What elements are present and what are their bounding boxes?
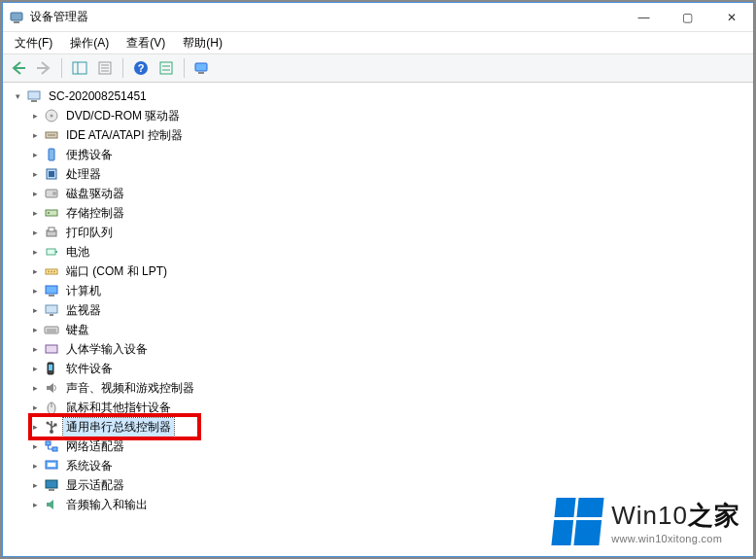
keyboard-icon — [44, 322, 59, 337]
tree-item[interactable]: ▸电池 — [7, 242, 753, 262]
tree-item[interactable]: ▸磁盘驱动器 — [7, 184, 753, 203]
menu-help[interactable]: 帮助(H) — [177, 33, 228, 53]
tree-item[interactable]: ▸显示适配器 — [7, 475, 753, 495]
action-list-button[interactable] — [155, 56, 178, 80]
svg-rect-10 — [160, 62, 172, 74]
svg-text:?: ? — [138, 62, 145, 74]
tree-item[interactable]: ▸监视器 — [7, 300, 753, 320]
menu-file[interactable]: 文件(F) — [9, 33, 58, 53]
svg-rect-54 — [46, 441, 51, 445]
tree-item[interactable]: ▸便携设备 — [7, 145, 753, 164]
expander-closed-icon[interactable]: ▸ — [28, 478, 42, 492]
expander-open-icon[interactable]: ▾ — [11, 89, 24, 103]
tree-item-label: 鼠标和其他指针设备 — [63, 399, 174, 417]
minimize-button[interactable]: — — [622, 3, 666, 32]
app-icon — [9, 10, 24, 25]
tree-item[interactable]: ▸存储控制器 — [7, 203, 753, 223]
svg-point-18 — [51, 115, 53, 118]
tree-item-label: 电池 — [63, 243, 92, 262]
device-tree[interactable]: ▾ SC-202008251451 ▸DVD/CD-ROM 驱动器▸IDE AT… — [3, 83, 753, 556]
menu-action[interactable]: 操作(A) — [64, 33, 115, 53]
expander-closed-icon[interactable]: ▸ — [28, 128, 42, 142]
expander-closed-icon[interactable]: ▸ — [28, 439, 42, 453]
svg-point-25 — [52, 192, 56, 195]
tree-item[interactable]: ▸音频输入和输出 — [7, 495, 753, 514]
svg-rect-21 — [49, 149, 54, 160]
svg-rect-55 — [52, 447, 57, 451]
toolbar-separator — [184, 58, 185, 78]
forward-button[interactable] — [32, 56, 55, 80]
svg-rect-30 — [47, 249, 55, 255]
svg-rect-59 — [49, 489, 54, 491]
system-icon — [44, 458, 59, 473]
portable-icon — [44, 147, 59, 162]
svg-rect-14 — [198, 72, 204, 74]
close-button[interactable]: ✕ — [709, 3, 753, 32]
expander-closed-icon[interactable]: ▸ — [28, 206, 42, 220]
tree-item[interactable]: ▸打印队列 — [7, 223, 753, 242]
svg-point-35 — [53, 271, 55, 273]
tree-item-label: 便携设备 — [63, 146, 116, 164]
maximize-button[interactable]: ▢ — [666, 3, 709, 32]
expander-closed-icon[interactable]: ▸ — [28, 109, 42, 122]
expander-closed-icon[interactable]: ▸ — [28, 167, 42, 181]
tree-item[interactable]: ▸计算机 — [7, 281, 753, 300]
cpu-icon — [44, 166, 59, 182]
tree-item[interactable]: ▸人体学输入设备 — [7, 339, 753, 359]
scan-hardware-button[interactable] — [190, 56, 214, 80]
svg-rect-31 — [55, 251, 57, 253]
tree-item[interactable]: ▸软件设备 — [7, 359, 753, 378]
expander-closed-icon[interactable]: ▸ — [28, 187, 42, 200]
tree-item-label: 键盘 — [63, 321, 92, 339]
tree-item[interactable]: ▸系统设备 — [7, 456, 753, 475]
tree-item-label: DVD/CD-ROM 驱动器 — [63, 107, 183, 125]
tree-item[interactable]: ▸鼠标和其他指针设备 — [7, 398, 753, 417]
network-icon — [44, 438, 59, 454]
arrow-left-icon — [11, 60, 26, 76]
expander-closed-icon[interactable]: ▸ — [28, 264, 42, 278]
svg-rect-29 — [49, 227, 54, 231]
expander-closed-icon[interactable]: ▸ — [28, 381, 42, 395]
arrow-right-icon — [36, 60, 52, 76]
svg-rect-37 — [49, 295, 54, 297]
expander-closed-icon[interactable]: ▸ — [28, 148, 42, 161]
list-icon — [158, 60, 174, 76]
expander-closed-icon[interactable]: ▸ — [28, 498, 42, 511]
tree-item-label: 显示适配器 — [63, 476, 127, 495]
tree-root-node[interactable]: ▾ SC-202008251451 — [7, 87, 753, 106]
expander-closed-icon[interactable]: ▸ — [28, 401, 42, 414]
expander-closed-icon[interactable]: ▸ — [28, 342, 42, 356]
expander-closed-icon[interactable]: ▸ — [28, 459, 42, 472]
properties-icon — [97, 60, 113, 76]
tree-item[interactable]: ▸DVD/CD-ROM 驱动器 — [7, 106, 753, 125]
expander-closed-icon[interactable]: ▸ — [28, 362, 42, 375]
svg-point-34 — [51, 271, 52, 273]
tree-item-label: 端口 (COM 和 LPT) — [63, 262, 170, 281]
svg-rect-13 — [195, 63, 207, 71]
menu-view[interactable]: 查看(V) — [120, 33, 171, 53]
svg-rect-23 — [49, 171, 54, 177]
tree-item-label: 通用串行总线控制器 — [63, 418, 174, 437]
tree-item-label: 系统设备 — [63, 457, 116, 475]
svg-rect-1 — [14, 21, 19, 23]
properties-button[interactable] — [93, 56, 117, 80]
expander-closed-icon[interactable]: ▸ — [28, 420, 42, 434]
expander-closed-icon[interactable]: ▸ — [28, 245, 42, 259]
tree-item[interactable]: ▸声音、视频和游戏控制器 — [7, 378, 753, 398]
expander-closed-icon[interactable]: ▸ — [28, 226, 42, 239]
expander-closed-icon[interactable]: ▸ — [28, 284, 42, 297]
tree-item[interactable]: ▸处理器 — [7, 164, 753, 184]
show-hide-tree-button[interactable] — [68, 56, 91, 80]
back-button[interactable] — [7, 56, 30, 80]
tree-item[interactable]: ▸网络适配器 — [7, 437, 753, 456]
tree-item[interactable]: ▸端口 (COM 和 LPT) — [7, 262, 753, 281]
expander-closed-icon[interactable]: ▸ — [28, 303, 42, 317]
tree-item[interactable]: ▸键盘 — [7, 320, 753, 339]
help-button[interactable]: ? — [129, 56, 153, 80]
tree-item[interactable]: ▸IDE ATA/ATAPI 控制器 — [7, 125, 753, 145]
expander-closed-icon[interactable]: ▸ — [28, 323, 42, 336]
tree-item-label: 打印队列 — [63, 224, 116, 242]
tree-item[interactable]: ▸通用串行总线控制器 — [7, 417, 753, 437]
svg-point-27 — [48, 212, 50, 214]
svg-point-33 — [48, 271, 50, 273]
